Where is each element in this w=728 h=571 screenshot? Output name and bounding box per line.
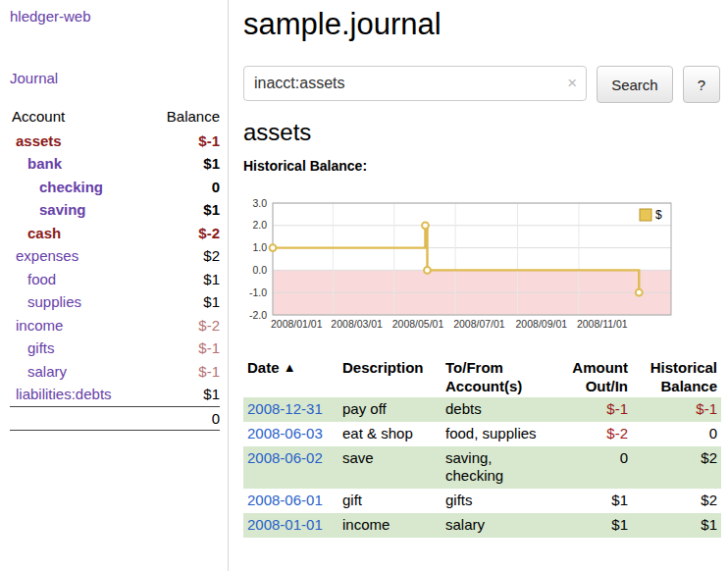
legend-label: $ xyxy=(655,208,662,222)
cell-balance: $2 xyxy=(632,446,721,489)
account-link[interactable]: checking xyxy=(10,179,103,197)
cell-description: gift xyxy=(338,489,442,513)
account-heading: assets xyxy=(243,119,720,146)
cell-balance: $2 xyxy=(632,489,721,513)
register-row: 2008-06-02savesaving, checking0$2 xyxy=(243,446,721,489)
header-date-label: Date xyxy=(247,359,280,376)
account-balance: $-1 xyxy=(198,339,220,358)
header-amount: Amount Out/In xyxy=(551,356,632,397)
transaction-date-link[interactable]: 2008-06-03 xyxy=(247,425,323,441)
transaction-date-link[interactable]: 2008-01-01 xyxy=(247,516,323,533)
account-link[interactable]: supplies xyxy=(10,293,81,312)
svg-text:-1.0: -1.0 xyxy=(249,286,267,297)
search-input[interactable] xyxy=(243,66,587,101)
search-bar: × Search ? xyxy=(243,66,720,103)
register-table: Date ▲ Description To/From Account(s) Am… xyxy=(243,356,721,538)
account-balance: $2 xyxy=(203,247,220,266)
cell-accounts: salary xyxy=(442,513,551,538)
search-button[interactable]: Search xyxy=(597,66,673,103)
accounts-header-account: Account xyxy=(12,108,65,125)
account-balance: 0 xyxy=(212,179,220,197)
cell-description: income xyxy=(338,513,442,538)
account-balance: $-2 xyxy=(198,317,220,336)
account-row: saving$1 xyxy=(10,199,220,223)
account-link[interactable]: salary xyxy=(10,363,67,382)
svg-text:2008/11/01: 2008/11/01 xyxy=(577,318,628,330)
account-link[interactable]: cash xyxy=(10,225,61,243)
accounts-total: 0 xyxy=(10,406,220,431)
register-row: 2008-12-31pay offdebts$-1$-1 xyxy=(243,397,721,422)
cell-date: 2008-06-01 xyxy=(243,489,338,513)
account-link[interactable]: liabilities:debts xyxy=(10,386,112,404)
svg-text:0.0: 0.0 xyxy=(252,264,267,276)
register-row: 2008-06-03eat & shopfood, supplies$-20 xyxy=(243,422,721,446)
app-title-link[interactable]: hledger-web xyxy=(10,8,220,25)
legend-swatch xyxy=(640,209,651,221)
account-link[interactable]: saving xyxy=(10,201,86,220)
historical-balance-chart: 3.02.01.00.0-1.0-2.02008/01/012008/03/01… xyxy=(243,185,683,333)
account-row: salary$-1 xyxy=(10,360,220,384)
header-balance: Historical Balance xyxy=(632,356,721,397)
account-row: checking0 xyxy=(10,176,220,199)
cell-amount: $1 xyxy=(551,513,632,538)
account-balance: $1 xyxy=(203,386,220,404)
transaction-date-link[interactable]: 2008-12-31 xyxy=(247,400,323,417)
cell-description: save xyxy=(338,446,442,489)
cell-amount: $-2 xyxy=(551,422,632,446)
register-row: 2008-01-01incomesalary$1$1 xyxy=(243,513,721,538)
chart-title: Historical Balance: xyxy=(243,158,720,174)
account-link[interactable]: bank xyxy=(10,155,62,174)
account-row: supplies$1 xyxy=(10,291,220,315)
register-row: 2008-06-01giftgifts$1$2 xyxy=(243,489,721,513)
cell-date: 2008-06-03 xyxy=(243,422,338,446)
account-balance: $1 xyxy=(203,201,220,220)
header-date[interactable]: Date ▲ xyxy=(243,356,338,397)
account-balance: $1 xyxy=(203,293,220,312)
transaction-date-link[interactable]: 2008-06-02 xyxy=(247,449,323,466)
cell-amount: $1 xyxy=(551,489,632,513)
account-link[interactable]: expenses xyxy=(10,247,78,266)
account-row: income$-2 xyxy=(10,314,220,337)
chart-marker xyxy=(270,244,277,251)
header-description: Description xyxy=(338,356,442,397)
account-balance: $-1 xyxy=(198,132,220,151)
clear-search-icon[interactable]: × xyxy=(567,74,577,93)
account-row: expenses$2 xyxy=(10,245,220,269)
search-box: × xyxy=(243,66,587,103)
account-link[interactable]: income xyxy=(10,317,63,336)
svg-text:2008/03/01: 2008/03/01 xyxy=(331,318,383,330)
cell-accounts: food, supplies xyxy=(442,422,551,446)
account-link[interactable]: food xyxy=(10,271,56,289)
account-row: assets$-1 xyxy=(10,130,220,153)
transaction-date-link[interactable]: 2008-06-01 xyxy=(247,492,323,508)
journal-nav-link[interactable]: Journal xyxy=(10,70,220,86)
chart-marker xyxy=(424,267,431,274)
cell-accounts: gifts xyxy=(442,489,551,513)
svg-text:3.0: 3.0 xyxy=(252,196,267,208)
account-row: cash$-2 xyxy=(10,222,220,245)
main-content: sample.journal × Search ? assets Histori… xyxy=(230,0,728,571)
cell-date: 2008-01-01 xyxy=(243,513,338,538)
cell-balance: $1 xyxy=(632,513,721,538)
account-balance: $1 xyxy=(203,271,220,289)
account-rows: assets$-1bank$1checking0saving$1cash$-2e… xyxy=(10,130,220,406)
account-row: food$1 xyxy=(10,268,220,291)
accounts-header-balance: Balance xyxy=(167,108,220,125)
cell-amount: $-1 xyxy=(551,397,632,422)
account-link[interactable]: gifts xyxy=(10,339,55,358)
svg-text:2008/05/01: 2008/05/01 xyxy=(392,318,444,330)
header-accounts: To/From Account(s) xyxy=(442,356,551,397)
accounts-panel: Account Balance assets$-1bank$1checking0… xyxy=(10,106,220,431)
help-button[interactable]: ? xyxy=(683,66,720,103)
svg-text:2008/01/01: 2008/01/01 xyxy=(271,318,323,330)
account-row: liabilities:debts$1 xyxy=(10,384,220,407)
cell-date: 2008-06-02 xyxy=(243,446,338,489)
cell-balance: 0 xyxy=(632,422,721,446)
page-title: sample.journal xyxy=(243,6,720,42)
sidebar: hledger-web Journal Account Balance asse… xyxy=(0,0,229,571)
account-balance: $-1 xyxy=(198,363,220,382)
cell-accounts: debts xyxy=(442,397,551,422)
register-header-row: Date ▲ Description To/From Account(s) Am… xyxy=(243,356,721,397)
account-balance: $1 xyxy=(203,155,220,174)
account-link[interactable]: assets xyxy=(10,132,62,151)
